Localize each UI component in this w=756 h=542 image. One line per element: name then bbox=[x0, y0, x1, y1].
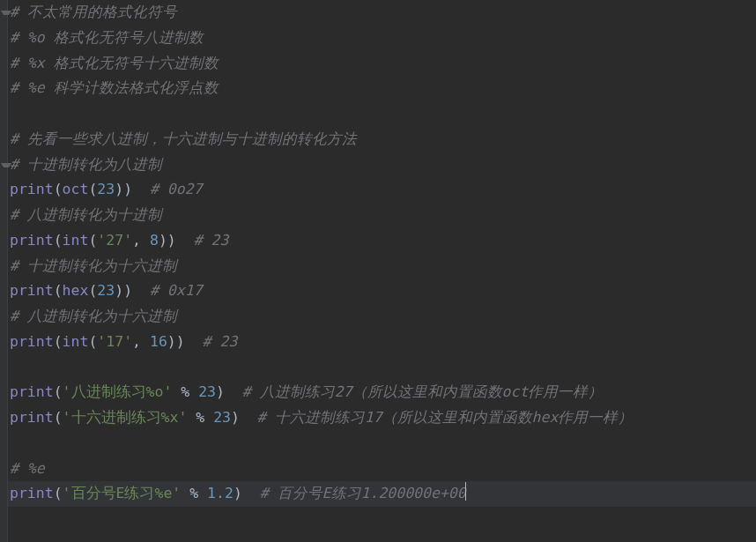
comment-token: # 不太常用的格式化符号 bbox=[10, 4, 177, 20]
code-line[interactable]: # 十进制转化为十六进制 bbox=[8, 254, 756, 279]
operator-token: ( bbox=[54, 383, 63, 400]
code-line[interactable]: print(oct(23)) # 0o27 bbox=[8, 177, 756, 203]
code-line[interactable]: # 八进制转化为十进制 bbox=[8, 203, 756, 228]
operator-token: )) bbox=[159, 232, 194, 249]
builtin-token: print bbox=[10, 485, 54, 501]
code-line[interactable]: # 八进制转化为十六进制 bbox=[8, 304, 756, 330]
comment-token: # %o 格式化无符号八进制数 bbox=[10, 29, 204, 46]
comment-token: # 十六进制练习17（所以这里和内置函数hex作用一样） bbox=[257, 409, 634, 426]
string-token: '十六进制练习%x' bbox=[63, 409, 188, 426]
code-line[interactable]: print('百分号E练习%e' % 1.2) # 百分号E练习1.200000… bbox=[8, 481, 756, 507]
text-caret bbox=[465, 482, 466, 501]
comment-token: # %e bbox=[10, 460, 45, 477]
number-token: 1.2 bbox=[207, 485, 233, 501]
code-line[interactable]: print('八进制练习%o' % 23) # 八进制练习27（所以这里和内置函… bbox=[8, 380, 756, 405]
operator-token: )) bbox=[115, 181, 150, 197]
operator-token: ( bbox=[54, 333, 63, 350]
builtin-token: hex bbox=[63, 282, 89, 299]
code-editor[interactable]: # 不太常用的格式化符号# %o 格式化无符号八进制数# %x 格式化无符号十六… bbox=[0, 0, 756, 542]
operator-token: ( bbox=[88, 333, 97, 350]
operator-token: ) bbox=[216, 383, 242, 400]
code-line[interactable]: print('十六进制练习%x' % 23) # 十六进制练习17（所以这里和内… bbox=[8, 405, 756, 431]
code-line[interactable] bbox=[8, 355, 756, 381]
code-line[interactable] bbox=[8, 431, 756, 457]
operator-token: ( bbox=[88, 181, 97, 197]
builtin-token: print bbox=[10, 181, 54, 197]
comment-token: # 23 bbox=[194, 232, 229, 249]
code-line[interactable]: # 先看一些求八进制，十六进制与十进制的转化方法 bbox=[8, 127, 756, 152]
operator-token: ( bbox=[88, 282, 97, 299]
code-line[interactable]: # 十进制转化为八进制 bbox=[8, 152, 756, 178]
comment-token: # %x 格式化无符号十六进制数 bbox=[10, 55, 219, 71]
number-token: 23 bbox=[97, 181, 115, 197]
operator-token: )) bbox=[115, 282, 150, 299]
number-token: 16 bbox=[150, 333, 167, 350]
gutter bbox=[0, 0, 8, 542]
builtin-token: print bbox=[10, 409, 54, 426]
string-token: '27' bbox=[97, 232, 132, 249]
builtin-token: int bbox=[63, 232, 89, 249]
comment-token: # 八进制转化为十进制 bbox=[10, 206, 162, 223]
string-token: '八进制练习%o' bbox=[63, 383, 173, 400]
string-token: '百分号E练习%e' bbox=[63, 485, 182, 501]
number-token: 23 bbox=[198, 383, 216, 400]
string-token: '17' bbox=[97, 333, 132, 350]
code-line[interactable]: print(int('17', 16)) # 23 bbox=[8, 330, 756, 355]
comment-token: # 23 bbox=[203, 333, 238, 350]
code-line[interactable]: # 不太常用的格式化符号 bbox=[8, 0, 756, 26]
operator-token: % bbox=[181, 485, 207, 501]
comment-token: # 八进制转化为十六进制 bbox=[10, 308, 177, 324]
comment-token: # 先看一些求八进制，十六进制与十进制的转化方法 bbox=[10, 130, 357, 147]
comment-token: # 十进制转化为十六进制 bbox=[10, 257, 177, 274]
comment-token: # %e 科学计数法格式化浮点数 bbox=[10, 79, 219, 96]
code-line[interactable]: # %e bbox=[8, 457, 756, 482]
comment-token: # 0o27 bbox=[150, 181, 203, 197]
builtin-token: print bbox=[10, 232, 54, 249]
code-line[interactable]: print(hex(23)) # 0x17 bbox=[8, 278, 756, 304]
operator-token: , bbox=[132, 232, 150, 249]
fold-marker-icon[interactable] bbox=[1, 163, 11, 173]
operator-token: ( bbox=[88, 232, 97, 249]
number-token: 23 bbox=[213, 409, 231, 426]
operator-token: ( bbox=[54, 232, 63, 249]
builtin-token: oct bbox=[63, 181, 89, 197]
operator-token: ( bbox=[54, 485, 63, 501]
operator-token: ( bbox=[54, 181, 63, 197]
builtin-token: print bbox=[10, 383, 54, 400]
fold-marker-icon[interactable] bbox=[1, 11, 11, 20]
comment-token: # 八进制练习27（所以这里和内置函数oct作用一样） bbox=[242, 383, 604, 400]
builtin-token: int bbox=[63, 333, 89, 350]
operator-token: % bbox=[172, 383, 198, 400]
builtin-token: print bbox=[10, 282, 54, 299]
comment-token: # 0x17 bbox=[150, 282, 203, 299]
operator-token: ) bbox=[233, 485, 260, 501]
number-token: 23 bbox=[97, 282, 115, 299]
code-line[interactable]: # %e 科学计数法格式化浮点数 bbox=[8, 76, 756, 101]
code-line[interactable] bbox=[8, 101, 756, 127]
operator-token: )) bbox=[167, 333, 203, 350]
operator-token: ( bbox=[54, 282, 63, 299]
comment-token: # 百分号E练习1.200000e+00 bbox=[260, 485, 466, 501]
operator-token: ) bbox=[231, 409, 257, 426]
operator-token: , bbox=[132, 333, 150, 350]
code-line[interactable]: print(int('27', 8)) # 23 bbox=[8, 228, 756, 254]
operator-token: % bbox=[187, 409, 213, 426]
operator-token: ( bbox=[54, 409, 63, 426]
comment-token: # 十进制转化为八进制 bbox=[10, 156, 162, 173]
number-token: 8 bbox=[150, 232, 159, 249]
code-line[interactable]: # %o 格式化无符号八进制数 bbox=[8, 26, 756, 51]
code-area[interactable]: # 不太常用的格式化符号# %o 格式化无符号八进制数# %x 格式化无符号十六… bbox=[8, 0, 756, 542]
builtin-token: print bbox=[10, 333, 54, 350]
code-line[interactable]: # %x 格式化无符号十六进制数 bbox=[8, 51, 756, 77]
